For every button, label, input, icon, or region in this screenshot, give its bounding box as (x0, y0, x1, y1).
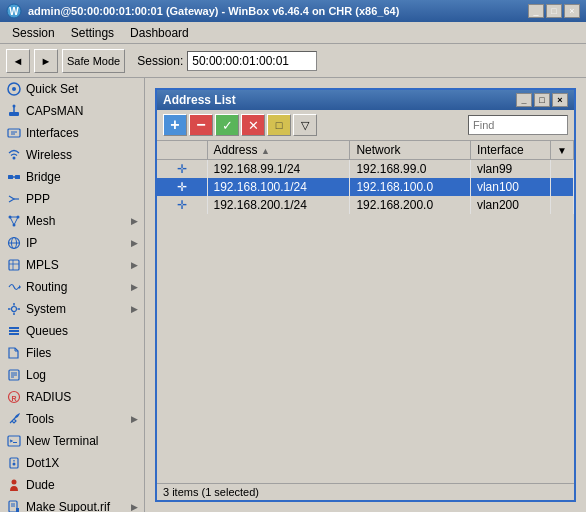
svg-text:R: R (11, 395, 16, 402)
window-minimize-button[interactable]: _ (516, 93, 532, 107)
sidebar-item-ppp[interactable]: PPP (0, 188, 144, 210)
row-3-move-icon: ✛ (177, 198, 187, 212)
sidebar-item-mesh[interactable]: Mesh ▶ (0, 210, 144, 232)
svg-rect-41 (8, 436, 20, 446)
minimize-button[interactable]: _ (528, 4, 544, 18)
svg-point-44 (13, 463, 16, 466)
svg-line-19 (14, 217, 18, 225)
dot1x-icon (6, 455, 22, 471)
sidebar-label-log: Log (26, 368, 138, 382)
window-toolbar: + − ✓ ✕ □ ▽ (157, 110, 574, 141)
sidebar-item-interfaces[interactable]: Interfaces (0, 122, 144, 144)
filter-button[interactable]: ▽ (293, 114, 317, 136)
sidebar-item-log[interactable]: Log (0, 364, 144, 386)
session-input[interactable] (187, 51, 317, 71)
row-3-interface: vlan200 (470, 196, 550, 214)
make-supout-arrow: ▶ (131, 502, 138, 512)
sidebar-item-queues[interactable]: Queues (0, 320, 144, 342)
mesh-icon (6, 213, 22, 229)
add-button[interactable]: + (163, 114, 187, 136)
routing-icon (6, 279, 22, 295)
row-1-move-icon: ✛ (177, 162, 187, 176)
col-header-address-text[interactable]: Address ▲ (207, 141, 350, 160)
sidebar-item-mpls[interactable]: MPLS ▶ (0, 254, 144, 276)
window-statusbar: 3 items (1 selected) (157, 483, 574, 500)
svg-point-46 (12, 480, 17, 485)
svg-rect-12 (15, 175, 20, 179)
forward-button[interactable]: ► (34, 49, 58, 73)
row-1-network: 192.168.99.0 (350, 160, 471, 179)
row-1-extra (551, 160, 574, 179)
sidebar-label-quick-set: Quick Set (26, 82, 138, 96)
col-header-network[interactable]: Network (350, 141, 471, 160)
find-input[interactable] (468, 115, 568, 135)
menu-settings[interactable]: Settings (63, 24, 122, 42)
title-bar-text: admin@50:00:00:01:00:01 (Gateway) - WinB… (28, 5, 522, 17)
sidebar-label-dot1x: Dot1X (26, 456, 138, 470)
table-row[interactable]: ✛ 192.168.99.1/24 192.168.99.0 vlan99 (157, 160, 574, 179)
sidebar-item-make-supout[interactable]: Make Supout.rif ▶ (0, 496, 144, 512)
cross-button[interactable]: ✕ (241, 114, 265, 136)
sidebar-item-new-terminal[interactable]: New Terminal (0, 430, 144, 452)
sidebar-item-wireless[interactable]: Wireless (0, 144, 144, 166)
svg-point-10 (13, 157, 16, 160)
radius-icon: R (6, 389, 22, 405)
table-row[interactable]: ✛ 192.168.200.1/24 192.168.200.0 vlan200 (157, 196, 574, 214)
sidebar: Quick Set CAPsMAN Interfaces Wireless Br… (0, 78, 145, 512)
sidebar-label-dude: Dude (26, 478, 138, 492)
sidebar-item-radius[interactable]: R RADIUS (0, 386, 144, 408)
files-icon (6, 345, 22, 361)
svg-rect-34 (9, 333, 19, 335)
svg-rect-11 (8, 175, 13, 179)
check-button[interactable]: ✓ (215, 114, 239, 136)
table-header-row: Address ▲ Network Interface (157, 141, 574, 160)
ppp-icon (6, 191, 22, 207)
sidebar-label-mpls: MPLS (26, 258, 127, 272)
row-3-network: 192.168.200.0 (350, 196, 471, 214)
sidebar-label-interfaces: Interfaces (26, 126, 138, 140)
sidebar-item-files[interactable]: Files (0, 342, 144, 364)
sidebar-item-capsman[interactable]: CAPsMAN (0, 100, 144, 122)
system-icon (6, 301, 22, 317)
sidebar-item-dot1x[interactable]: Dot1X (0, 452, 144, 474)
sidebar-label-files: Files (26, 346, 138, 360)
window-title-text: Address List (163, 93, 516, 107)
log-icon (6, 367, 22, 383)
svg-text:W: W (9, 6, 19, 17)
system-arrow: ▶ (131, 304, 138, 314)
col-header-interface[interactable]: Interface (470, 141, 550, 160)
content-area: Address List _ □ × + − ✓ ✕ □ ▽ (145, 78, 586, 512)
col-header-extra: ▼ (551, 141, 574, 160)
session-label: Session: (137, 54, 183, 68)
close-button[interactable]: × (564, 4, 580, 18)
copy-button[interactable]: □ (267, 114, 291, 136)
sidebar-item-routing[interactable]: Routing ▶ (0, 276, 144, 298)
wireless-icon (6, 147, 22, 163)
table-row[interactable]: ✛ 192.168.100.1/24 192.168.100.0 vlan100 (157, 178, 574, 196)
sidebar-item-quick-set[interactable]: Quick Set (0, 78, 144, 100)
window-title-bar: Address List _ □ × (157, 90, 574, 110)
sidebar-label-capsman: CAPsMAN (26, 104, 138, 118)
sidebar-item-system[interactable]: System ▶ (0, 298, 144, 320)
sidebar-label-ip: IP (26, 236, 127, 250)
sidebar-item-bridge[interactable]: Bridge (0, 166, 144, 188)
menu-session[interactable]: Session (4, 24, 63, 42)
sidebar-label-routing: Routing (26, 280, 127, 294)
menu-dashboard[interactable]: Dashboard (122, 24, 197, 42)
safe-mode-button[interactable]: Safe Mode (62, 49, 125, 73)
sidebar-item-ip[interactable]: IP ▶ (0, 232, 144, 254)
main-layout: Quick Set CAPsMAN Interfaces Wireless Br… (0, 78, 586, 512)
window-maximize-button[interactable]: □ (534, 93, 550, 107)
maximize-button[interactable]: □ (546, 4, 562, 18)
sidebar-item-dude[interactable]: Dude (0, 474, 144, 496)
status-text: 3 items (1 selected) (163, 486, 259, 498)
sidebar-label-radius: RADIUS (26, 390, 138, 404)
svg-point-27 (12, 307, 17, 312)
window-close-button[interactable]: × (552, 93, 568, 107)
col-header-address[interactable] (157, 141, 207, 160)
remove-button[interactable]: − (189, 114, 213, 136)
back-button[interactable]: ◄ (6, 49, 30, 73)
sidebar-item-tools[interactable]: Tools ▶ (0, 408, 144, 430)
mpls-arrow: ▶ (131, 260, 138, 270)
sidebar-label-system: System (26, 302, 127, 316)
